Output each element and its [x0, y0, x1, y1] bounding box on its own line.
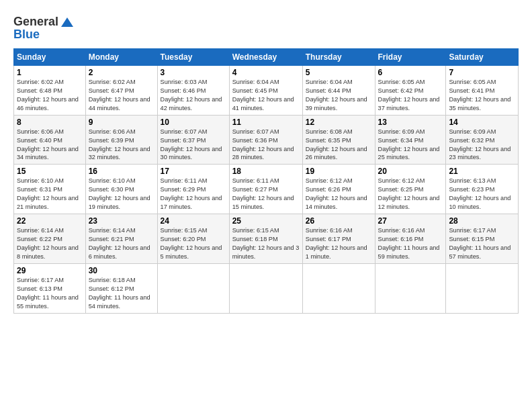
day-number: 7 — [449, 68, 515, 77]
day-number: 20 — [378, 167, 443, 176]
day-detail: Sunrise: 6:02 AMSunset: 6:48 PMDaylight:… — [17, 79, 79, 111]
day-number: 17 — [161, 167, 226, 176]
calendar-cell: 1Sunrise: 6:02 AMSunset: 6:48 PMDaylight… — [14, 65, 86, 115]
day-detail: Sunrise: 6:12 AMSunset: 6:25 PMDaylight:… — [378, 177, 440, 210]
calendar-cell: 19Sunrise: 6:12 AMSunset: 6:26 PMDayligh… — [302, 165, 375, 214]
day-number: 29 — [17, 266, 83, 275]
week-row-1: 1Sunrise: 6:02 AMSunset: 6:48 PMDaylight… — [14, 65, 519, 115]
day-detail: Sunrise: 6:06 AMSunset: 6:39 PMDaylight:… — [89, 128, 150, 161]
day-detail: Sunrise: 6:02 AMSunset: 6:47 PMDaylight:… — [89, 79, 150, 111]
calendar-cell: 25Sunrise: 6:15 AMSunset: 6:18 PMDayligh… — [229, 214, 302, 264]
calendar-cell: 30Sunrise: 6:18 AMSunset: 6:12 PMDayligh… — [85, 264, 157, 314]
day-number: 13 — [378, 118, 443, 127]
logo: General Blue — [13, 15, 75, 42]
day-detail: Sunrise: 6:08 AMSunset: 6:35 PMDaylight:… — [306, 128, 367, 161]
calendar-cell: 29Sunrise: 6:17 AMSunset: 6:13 PMDayligh… — [14, 264, 86, 314]
day-detail: Sunrise: 6:06 AMSunset: 6:40 PMDaylight:… — [17, 128, 79, 161]
calendar-cell: 3Sunrise: 6:03 AMSunset: 6:46 PMDaylight… — [157, 65, 229, 115]
day-number: 8 — [17, 118, 83, 127]
calendar-cell: 10Sunrise: 6:07 AMSunset: 6:37 PMDayligh… — [157, 115, 229, 165]
day-number: 24 — [161, 216, 226, 226]
day-detail: Sunrise: 6:07 AMSunset: 6:36 PMDaylight:… — [232, 128, 294, 161]
weekday-header-thursday: Thursday — [302, 48, 375, 65]
calendar-cell: 24Sunrise: 6:15 AMSunset: 6:20 PMDayligh… — [157, 214, 229, 264]
day-detail: Sunrise: 6:03 AMSunset: 6:46 PMDaylight:… — [161, 79, 222, 111]
day-number: 28 — [449, 216, 515, 226]
day-number: 21 — [449, 167, 515, 176]
header: General Blue — [13, 12, 519, 42]
page: General Blue SundayMondayTuesdayWednesda… — [0, 0, 532, 411]
day-detail: Sunrise: 6:05 AMSunset: 6:41 PMDaylight:… — [449, 79, 511, 111]
day-number: 11 — [232, 118, 300, 127]
day-number: 27 — [378, 216, 443, 226]
day-number: 15 — [17, 167, 83, 176]
weekday-header-saturday: Saturday — [446, 48, 519, 65]
day-number: 12 — [306, 118, 372, 127]
day-number: 4 — [232, 68, 300, 77]
day-number: 23 — [89, 216, 154, 226]
calendar-cell — [229, 264, 302, 314]
calendar-cell — [302, 264, 375, 314]
calendar-cell: 9Sunrise: 6:06 AMSunset: 6:39 PMDaylight… — [85, 115, 157, 165]
calendar-cell: 16Sunrise: 6:10 AMSunset: 6:30 PMDayligh… — [85, 165, 157, 214]
day-detail: Sunrise: 6:12 AMSunset: 6:26 PMDaylight:… — [306, 177, 367, 210]
day-number: 26 — [306, 216, 372, 226]
day-number: 18 — [232, 167, 300, 176]
day-detail: Sunrise: 6:11 AMSunset: 6:29 PMDaylight:… — [161, 177, 222, 210]
day-number: 9 — [89, 118, 154, 127]
weekday-header-friday: Friday — [375, 48, 446, 65]
calendar-cell — [446, 264, 519, 314]
calendar-cell — [375, 264, 446, 314]
calendar-cell: 22Sunrise: 6:14 AMSunset: 6:22 PMDayligh… — [14, 214, 86, 264]
day-number: 3 — [161, 68, 226, 77]
weekday-header-row: SundayMondayTuesdayWednesdayThursdayFrid… — [14, 48, 519, 65]
day-number: 14 — [449, 118, 515, 127]
day-number: 10 — [161, 118, 226, 127]
day-number: 16 — [89, 167, 154, 176]
calendar-cell — [157, 264, 229, 314]
calendar-cell: 17Sunrise: 6:11 AMSunset: 6:29 PMDayligh… — [157, 165, 229, 214]
logo-general: General — [13, 15, 58, 28]
day-detail: Sunrise: 6:07 AMSunset: 6:37 PMDaylight:… — [161, 128, 222, 161]
calendar-table: SundayMondayTuesdayWednesdayThursdayFrid… — [13, 48, 519, 314]
day-number: 1 — [17, 68, 83, 77]
calendar-cell: 28Sunrise: 6:17 AMSunset: 6:15 PMDayligh… — [446, 214, 519, 264]
calendar-cell: 2Sunrise: 6:02 AMSunset: 6:47 PMDaylight… — [85, 65, 157, 115]
day-detail: Sunrise: 6:15 AMSunset: 6:18 PMDaylight:… — [232, 227, 300, 260]
day-detail: Sunrise: 6:14 AMSunset: 6:21 PMDaylight:… — [89, 227, 150, 260]
weekday-header-wednesday: Wednesday — [229, 48, 302, 65]
calendar-cell: 26Sunrise: 6:16 AMSunset: 6:17 PMDayligh… — [302, 214, 375, 264]
logo-blue: Blue — [13, 28, 40, 42]
week-row-2: 8Sunrise: 6:06 AMSunset: 6:40 PMDaylight… — [14, 115, 519, 165]
weekday-header-tuesday: Tuesday — [157, 48, 229, 65]
calendar-cell: 20Sunrise: 6:12 AMSunset: 6:25 PMDayligh… — [375, 165, 446, 214]
calendar-cell: 4Sunrise: 6:04 AMSunset: 6:45 PMDaylight… — [229, 65, 302, 115]
week-row-4: 22Sunrise: 6:14 AMSunset: 6:22 PMDayligh… — [14, 214, 519, 264]
logo-text: General Blue — [13, 15, 75, 42]
day-number: 25 — [232, 216, 300, 226]
logo-icon — [60, 15, 75, 30]
day-detail: Sunrise: 6:18 AMSunset: 6:12 PMDaylight:… — [89, 277, 150, 310]
day-number: 30 — [89, 266, 154, 275]
calendar-cell: 14Sunrise: 6:09 AMSunset: 6:32 PMDayligh… — [446, 115, 519, 165]
calendar-cell: 18Sunrise: 6:11 AMSunset: 6:27 PMDayligh… — [229, 165, 302, 214]
day-detail: Sunrise: 6:16 AMSunset: 6:17 PMDaylight:… — [306, 227, 367, 260]
week-row-3: 15Sunrise: 6:10 AMSunset: 6:31 PMDayligh… — [14, 165, 519, 214]
day-detail: Sunrise: 6:17 AMSunset: 6:15 PMDaylight:… — [449, 227, 511, 260]
day-detail: Sunrise: 6:04 AMSunset: 6:45 PMDaylight:… — [232, 79, 294, 111]
calendar-cell: 15Sunrise: 6:10 AMSunset: 6:31 PMDayligh… — [14, 165, 86, 214]
day-detail: Sunrise: 6:09 AMSunset: 6:34 PMDaylight:… — [378, 128, 440, 161]
weekday-header-sunday: Sunday — [14, 48, 86, 65]
calendar-cell: 5Sunrise: 6:04 AMSunset: 6:44 PMDaylight… — [302, 65, 375, 115]
day-detail: Sunrise: 6:17 AMSunset: 6:13 PMDaylight:… — [17, 277, 79, 310]
weekday-header-monday: Monday — [85, 48, 157, 65]
day-detail: Sunrise: 6:04 AMSunset: 6:44 PMDaylight:… — [306, 79, 367, 111]
calendar-cell: 8Sunrise: 6:06 AMSunset: 6:40 PMDaylight… — [14, 115, 86, 165]
day-detail: Sunrise: 6:10 AMSunset: 6:31 PMDaylight:… — [17, 177, 79, 210]
calendar-cell: 11Sunrise: 6:07 AMSunset: 6:36 PMDayligh… — [229, 115, 302, 165]
day-detail: Sunrise: 6:14 AMSunset: 6:22 PMDaylight:… — [17, 227, 79, 260]
day-detail: Sunrise: 6:09 AMSunset: 6:32 PMDaylight:… — [449, 128, 511, 161]
day-detail: Sunrise: 6:05 AMSunset: 6:42 PMDaylight:… — [378, 79, 440, 111]
day-detail: Sunrise: 6:16 AMSunset: 6:16 PMDaylight:… — [378, 227, 440, 260]
day-number: 2 — [89, 68, 154, 77]
